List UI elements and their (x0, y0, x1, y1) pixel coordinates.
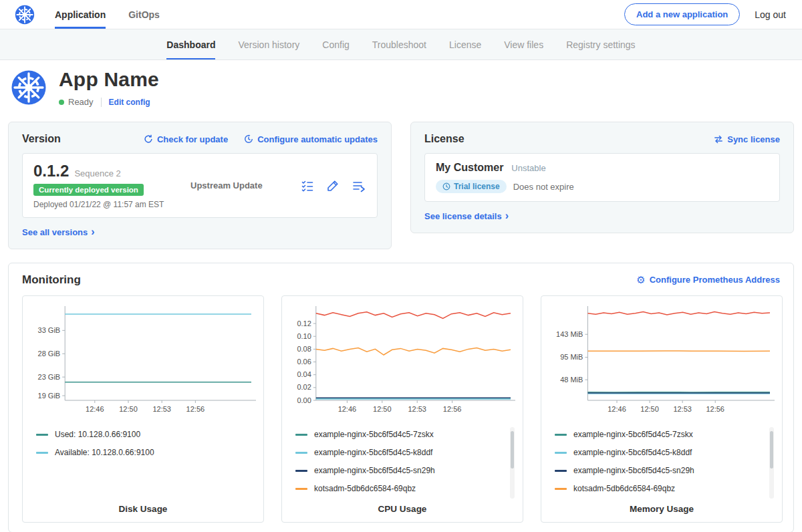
gear-icon: ⚙ (636, 275, 645, 285)
app-name-title: App Name (59, 68, 159, 91)
legend-scrollbar[interactable] (510, 427, 515, 499)
legend-label: example-nginx-5bc6f5d4c5-sn29h (314, 466, 435, 475)
app-header: App Name Ready Edit config (0, 60, 802, 116)
memory-usage-plot: 48 MiB95 MiB143 MiB12:4612:5012:5312:56 (548, 303, 775, 420)
svg-text:12:50: 12:50 (373, 405, 392, 413)
legend-item[interactable]: example-nginx-5bc6f5d4c5-sn29h (295, 462, 505, 480)
subnav-tab-view-files[interactable]: View files (504, 29, 543, 59)
license-card-title: License (424, 133, 464, 145)
legend-item[interactable]: example-nginx-5bc6f5d4c5-7zskx (555, 426, 765, 444)
chevron-right-icon: › (505, 211, 509, 221)
svg-text:0.00: 0.00 (297, 396, 311, 404)
scrollbar-thumb[interactable] (770, 431, 773, 469)
svg-text:12:56: 12:56 (186, 405, 205, 413)
svg-text:48 MiB: 48 MiB (560, 375, 583, 383)
license-detail-card: My Customer Unstable Trial license Does … (424, 153, 780, 202)
legend-item[interactable]: example-nginx-5bc6f5d4c5-sn29h (555, 462, 765, 480)
cpu-usage-plot: 0.000.020.040.060.080.100.1212:4612:5012… (289, 303, 516, 420)
divider (101, 98, 102, 107)
configure-automatic-updates-link[interactable]: Configure automatic updates (244, 134, 378, 144)
configure-prometheus-label: Configure Prometheus Address (650, 275, 780, 285)
svg-text:0.04: 0.04 (297, 370, 311, 378)
svg-text:12:53: 12:53 (408, 405, 426, 413)
svg-text:33 GiB: 33 GiB (38, 325, 61, 334)
see-license-details-link[interactable]: See license details › (424, 211, 509, 221)
edit-config-link[interactable]: Edit config (109, 98, 150, 107)
chart-title: Disk Usage (29, 500, 257, 514)
sync-arrows-icon (714, 135, 723, 144)
chart-canvas: 48 MiB95 MiB143 MiB12:4612:5012:5312:56 (548, 303, 775, 418)
version-card-header: Version Check for update Configure autom… (22, 133, 378, 145)
topnav-tabs: ApplicationGitOps (55, 0, 182, 29)
see-all-versions-link[interactable]: See all versions › (22, 227, 95, 237)
legend-swatch (555, 488, 567, 490)
version-number: 0.1.2 (33, 162, 69, 180)
memory-usage-chart: 48 MiB95 MiB143 MiB12:4612:5012:5312:56 … (541, 295, 783, 523)
see-all-versions-label: See all versions (22, 227, 88, 237)
charts-row: 19 GiB23 GiB28 GiB33 GiB12:4612:5012:531… (22, 295, 780, 523)
trial-license-label: Trial license (454, 182, 500, 191)
legend-item[interactable]: example-nginx-5bc6f5d4c5-k8ddf (295, 444, 505, 462)
config-edit-icon[interactable] (326, 179, 340, 192)
topnav-tab-application[interactable]: Application (55, 0, 106, 29)
clock-refresh-icon (244, 134, 253, 144)
clock-icon (442, 182, 450, 190)
version-card-title: Version (22, 133, 61, 145)
subnav-tab-version-history[interactable]: Version history (238, 29, 299, 59)
deployed-timestamp: Deployed 01/21/22 @ 11:57 am EST (33, 200, 190, 209)
disk-usage-chart: 19 GiB23 GiB28 GiB33 GiB12:4612:5012:531… (22, 295, 264, 523)
topnav-tab-gitops[interactable]: GitOps (128, 0, 160, 29)
scrollbar-thumb[interactable] (511, 431, 514, 469)
legend-scrollbar[interactable] (769, 427, 774, 499)
svg-text:12:50: 12:50 (640, 405, 659, 413)
legend-label: example-nginx-5bc6f5d4c5-7zskx (573, 430, 693, 439)
legend-label: example-nginx-5bc6f5d4c5-k8ddf (314, 448, 432, 457)
deploy-logs-icon[interactable] (352, 179, 366, 192)
cpu-usage-chart: 0.000.020.040.060.080.100.1212:4612:5012… (281, 295, 523, 523)
app-icon (11, 70, 47, 106)
sync-license-label: Sync license (727, 134, 780, 144)
svg-text:0.08: 0.08 (297, 344, 311, 352)
svg-text:12:56: 12:56 (706, 405, 724, 413)
release-notes-icon[interactable] (301, 179, 314, 192)
legend-item[interactable]: example-nginx-5bc6f5d4c5-7zskx (295, 426, 505, 444)
subnav-tab-license[interactable]: License (449, 29, 481, 59)
subnav-tab-troubleshoot[interactable]: Troubleshoot (372, 29, 426, 59)
legend-swatch (555, 434, 567, 436)
upstream-update-label: Upstream Update (190, 180, 263, 190)
subnav-tab-registry-settings[interactable]: Registry settings (566, 29, 635, 59)
svg-text:12:46: 12:46 (86, 405, 104, 413)
configure-prometheus-link[interactable]: ⚙ Configure Prometheus Address (636, 275, 780, 285)
subnav-tab-config[interactable]: Config (322, 29, 349, 59)
legend-label: kotsadm-5db6dc6584-69qbz (573, 484, 675, 493)
legend-item[interactable]: example-nginx-5bc6f5d4c5-k8ddf (555, 444, 765, 462)
svg-text:12:53: 12:53 (152, 405, 171, 413)
currently-deployed-badge: Currently deployed version (33, 184, 144, 196)
subnav-tab-dashboard[interactable]: Dashboard (166, 29, 215, 59)
kubernetes-logo-icon[interactable] (15, 0, 35, 29)
svg-text:12:50: 12:50 (119, 405, 138, 413)
chart-title: Memory Usage (548, 500, 775, 514)
legend-item[interactable]: kotsadm-5db6dc6584-69qbz (295, 480, 505, 498)
legend-label: example-nginx-5bc6f5d4c5-sn29h (573, 466, 694, 475)
legend-item[interactable]: Available: 10.128.0.66:9100 (36, 444, 246, 462)
svg-text:0.02: 0.02 (297, 383, 311, 391)
version-actions (301, 179, 366, 192)
legend-label: Used: 10.128.0.66:9100 (55, 430, 140, 439)
check-for-update-link[interactable]: Check for update (144, 134, 228, 144)
logout-button[interactable]: Log out (755, 9, 786, 20)
svg-text:19 GiB: 19 GiB (38, 391, 61, 399)
svg-text:28 GiB: 28 GiB (38, 349, 61, 357)
disk-usage-plot: 19 GiB23 GiB28 GiB33 GiB12:4612:5012:531… (29, 303, 257, 420)
app-status-text: Ready (68, 97, 94, 107)
svg-text:12:56: 12:56 (443, 405, 462, 413)
legend-item[interactable]: kotsadm-5db6dc6584-69qbz (555, 480, 765, 498)
legend-item[interactable]: Used: 10.128.0.66:9100 (36, 426, 246, 444)
legend-swatch (555, 452, 567, 454)
refresh-icon (144, 134, 153, 144)
sync-license-link[interactable]: Sync license (714, 134, 780, 144)
add-new-application-button[interactable]: Add a new application (624, 3, 740, 25)
memory-usage-legend: example-nginx-5bc6f5d4c5-7zskxexample-ng… (548, 426, 775, 500)
svg-text:12:53: 12:53 (673, 405, 692, 413)
check-for-update-label: Check for update (157, 134, 228, 144)
